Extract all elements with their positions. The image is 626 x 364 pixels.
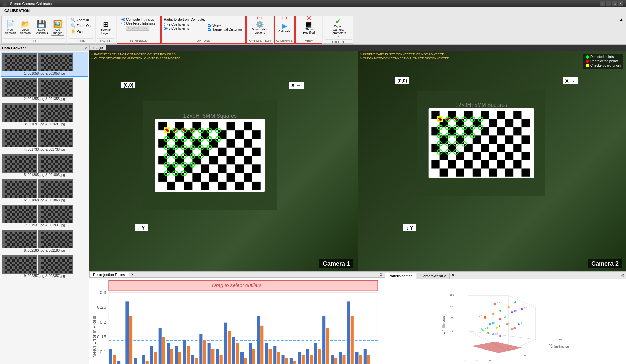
svg-rect-223 <box>12 117 15 119</box>
camera2-warning: ⚠ PATIENT CART IS NOT CONNECTED OR NOT P… <box>359 53 450 60</box>
3-coefficients-radio[interactable] <box>164 27 168 30</box>
ribbon-collapse-icon[interactable]: ▲ <box>619 17 623 22</box>
compute-intrinsics-label[interactable]: Compute Intrinsics <box>121 18 155 21</box>
svg-rect-393 <box>19 160 22 163</box>
sidebar-item-9[interactable]: 9: 002357.jpg & 002357.jpg <box>1 254 88 279</box>
show-rectified-button[interactable]: ▦ Show Rectified <box>299 20 319 35</box>
svg-rect-264 <box>51 115 53 117</box>
default-layout-button[interactable]: ⊞ DefaultLayout <box>99 20 112 36</box>
sidebar-item-2[interactable]: 2: 001355.jpg & 001355.jpg <box>1 77 88 102</box>
restore-button[interactable]: □ <box>612 1 617 6</box>
svg-point-1162 <box>492 333 494 335</box>
load-intrinsics-button[interactable]: Load Intrinsics <box>126 26 149 31</box>
sidebar-item-6[interactable]: 6: 001868.jpg & 001868.jpg <box>1 178 88 203</box>
2-coefficients-radio[interactable] <box>164 23 168 26</box>
3-coefficients-label[interactable]: 3 Coefficients <box>164 27 205 30</box>
svg-rect-74 <box>41 64 44 66</box>
help-button[interactable]: ? <box>600 1 605 6</box>
svg-rect-78 <box>60 64 62 66</box>
chart-gear-icon[interactable]: ⚙ <box>379 272 383 277</box>
zoom-in-button[interactable]: 🔍 Zoom In <box>69 17 90 23</box>
svg-rect-449 <box>67 163 69 165</box>
svg-rect-1096 <box>334 358 337 364</box>
export-params-button[interactable]: ✔ Export CameraParameters ▾ <box>329 17 348 39</box>
calibrate-button[interactable]: ▶ Calibrate <box>277 22 292 34</box>
sidebar-item-4[interactable]: 4: 001733.jpg & 001733.jpg <box>1 128 88 152</box>
svg-rect-305 <box>17 138 19 140</box>
svg-rect-194 <box>29 105 31 108</box>
sidebar-item-7[interactable]: 7: 001931.jpg & 001931.jpg <box>1 204 88 228</box>
svg-rect-502 <box>29 190 31 193</box>
svg-rect-552 <box>48 193 51 195</box>
image-panel-tab[interactable]: Image <box>89 45 106 50</box>
svg-rect-467 <box>60 170 62 172</box>
svg-rect-333 <box>55 130 58 133</box>
skew-checkbox[interactable] <box>208 24 211 27</box>
tangential-distortion-checkbox[interactable] <box>208 28 211 31</box>
open-session-button[interactable]: 📂 OpenSession <box>19 20 32 35</box>
minimize-button[interactable]: – <box>606 1 611 6</box>
use-fixed-intrinsics-radio[interactable] <box>121 22 125 25</box>
svg-rect-487 <box>19 186 22 188</box>
svg-rect-312 <box>19 140 22 142</box>
svg-rect-395 <box>29 160 31 163</box>
svg-rect-515 <box>29 195 31 198</box>
svg-rect-543 <box>67 188 69 190</box>
sidebar-item-8[interactable]: 8: 002180.jpg & 002180.jpg <box>1 229 88 253</box>
svg-rect-855 <box>167 130 175 139</box>
svg-rect-501 <box>24 190 26 193</box>
svg-rect-62 <box>46 59 48 62</box>
tab-reprojection-errors[interactable]: Reprojection Errors <box>89 272 129 277</box>
svg-rect-623 <box>62 209 65 211</box>
add-images-button[interactable]: 🖼️ AddImages <box>51 20 64 36</box>
svg-rect-953 <box>521 119 530 127</box>
tangential-distortion-label[interactable]: Tangential Distortion <box>208 28 243 31</box>
optimization-options-button[interactable]: ⚙️ OptimizationOptions <box>250 20 269 35</box>
close-button[interactable]: ✕ <box>618 1 623 6</box>
svg-rect-706 <box>41 232 44 234</box>
close-pattern-tab[interactable]: ✕ <box>450 273 456 278</box>
svg-rect-539 <box>48 188 51 190</box>
svg-rect-457 <box>44 168 46 170</box>
svg-rect-526 <box>48 183 51 186</box>
svg-rect-58 <box>58 57 60 59</box>
camera2-y-axis: ↓ Y <box>403 224 416 231</box>
tab-pattern-centric[interactable]: Pattern-centric <box>385 273 417 279</box>
svg-rect-885 <box>158 173 167 182</box>
close-reprojection-tab[interactable]: ✕ <box>130 272 135 277</box>
svg-rect-982 <box>497 160 505 169</box>
svg-rect-332 <box>51 130 53 133</box>
svg-rect-984 <box>440 169 448 177</box>
sidebar-item-1[interactable]: 1: 001058.jpg & 001058.jpg <box>1 52 88 77</box>
tab-calibration[interactable]: CALIBRATION <box>0 7 34 15</box>
svg-rect-456 <box>69 165 72 168</box>
svg-rect-601 <box>22 218 24 220</box>
svg-rect-236 <box>41 105 44 108</box>
svg-rect-569 <box>24 206 26 209</box>
svg-rect-461 <box>62 168 65 170</box>
svg-rect-630 <box>65 211 67 213</box>
new-session-button[interactable]: 📄 NewSession <box>4 20 17 35</box>
panel-3d-gear-icon[interactable]: ⚙ <box>621 273 625 278</box>
pan-button[interactable]: ✋ Pan <box>69 29 84 34</box>
tab-camera-centric[interactable]: Camera-centric <box>417 273 450 279</box>
zoom-group-label: ZOOM <box>69 38 93 43</box>
svg-rect-695 <box>22 243 24 246</box>
sidebar-item-5[interactable]: 5: 001805.jpg & 001805.jpg <box>1 153 88 178</box>
svg-rect-361 <box>65 140 67 142</box>
svg-rect-708 <box>51 232 53 234</box>
skew-label[interactable]: Skew <box>208 24 243 27</box>
svg-rect-113 <box>29 85 31 87</box>
zoom-out-button[interactable]: 🔍 Zoom Out <box>69 23 92 28</box>
2-coefficients-label[interactable]: 2 Coefficients <box>164 23 205 26</box>
svg-rect-1091 <box>314 343 317 364</box>
svg-rect-227 <box>31 117 33 119</box>
svg-rect-25 <box>26 62 29 64</box>
use-fixed-intrinsics-label[interactable]: Use Fixed Intrinsics <box>121 22 155 25</box>
sidebar-close-button[interactable]: ✕ <box>84 46 87 50</box>
compute-intrinsics-radio[interactable] <box>121 18 125 21</box>
save-session-button[interactable]: 💾 SaveSession ▾ <box>33 20 50 35</box>
sidebar-item-3[interactable]: 3: 001691.jpg & 001691.jpg <box>1 102 88 127</box>
svg-rect-784 <box>29 266 31 269</box>
svg-rect-583 <box>29 211 31 213</box>
